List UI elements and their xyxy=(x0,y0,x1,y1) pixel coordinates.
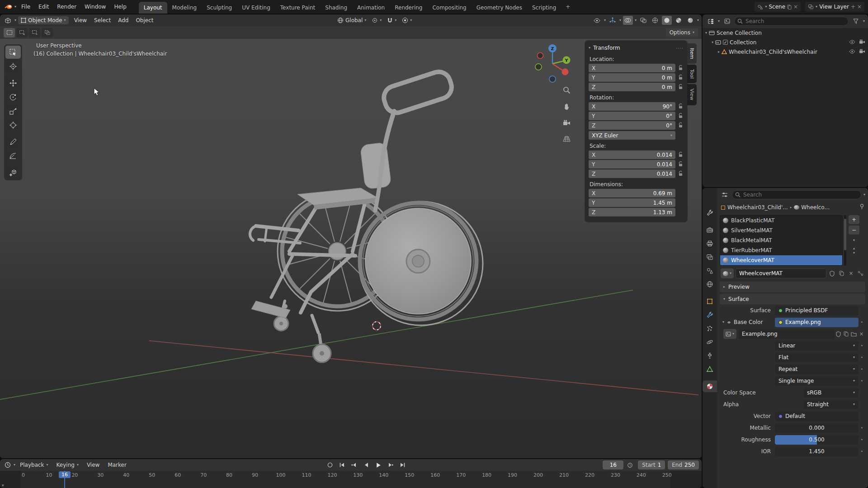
transform-tool[interactable] xyxy=(5,118,21,131)
dimension-field[interactable]: X0.69 m xyxy=(589,189,675,197)
overlays-toggle[interactable] xyxy=(623,16,633,25)
outliner-search-input[interactable] xyxy=(734,17,849,26)
surface-shader-field[interactable]: Principled BSDF xyxy=(775,306,859,315)
filter-chevron-icon[interactable]: ▾ xyxy=(863,19,865,23)
filter-icon[interactable] xyxy=(851,17,861,26)
material-slot[interactable]: WheelcoverMAT xyxy=(720,255,842,265)
scale-field[interactable]: X0.014 xyxy=(589,150,675,159)
wheelchair-push-handle[interactable] xyxy=(375,69,455,211)
tab-object-data[interactable] xyxy=(703,363,717,375)
pin-icon[interactable] xyxy=(859,204,864,211)
transform-collapse-icon[interactable]: ▾ xyxy=(589,46,590,50)
lock-icon[interactable] xyxy=(677,152,684,158)
dimension-field[interactable]: Y1.45 m xyxy=(589,198,675,207)
lock-icon[interactable] xyxy=(677,84,684,90)
blender-menu-chevron-icon[interactable]: ▾ xyxy=(14,5,16,9)
workspace-tab[interactable]: Animation xyxy=(352,2,390,14)
scale-tool[interactable] xyxy=(5,104,21,117)
move-slot-up-icon[interactable]: ▴ xyxy=(853,246,855,251)
next-keyframe-button[interactable] xyxy=(385,460,396,469)
start-frame-field[interactable]: Start 1 xyxy=(638,460,665,469)
workspace-tab[interactable]: Scripting xyxy=(527,2,561,14)
panel-drag-icon[interactable]: ···· xyxy=(676,46,684,51)
gizmos-toggle[interactable] xyxy=(608,16,618,25)
workspace-tab[interactable]: Shading xyxy=(320,2,352,14)
viewport-menu-item[interactable]: Object xyxy=(132,16,157,25)
tab-constraints[interactable] xyxy=(703,350,717,361)
location-field[interactable]: Y0 m xyxy=(589,73,675,82)
animate-dot-icon[interactable]: • xyxy=(859,355,865,360)
editor-type-chevron-icon[interactable]: ▾ xyxy=(14,19,16,22)
sidebar-tab[interactable]: View xyxy=(687,84,697,105)
projection-dropdown[interactable]: Flat ▾ xyxy=(775,353,859,362)
scale-field[interactable]: Y0.014 xyxy=(589,160,675,169)
lock-icon[interactable] xyxy=(677,122,684,128)
select-mode-new-button[interactable] xyxy=(4,28,15,38)
camera-view-icon[interactable] xyxy=(561,117,572,128)
region-corner-icon[interactable]: ▾ xyxy=(2,483,4,488)
lock-icon[interactable] xyxy=(677,161,684,167)
pivot-point-selector[interactable]: ▾ xyxy=(370,16,383,24)
base-color-collapse-icon[interactable]: ▾ xyxy=(722,320,724,324)
auto-keying-toggle[interactable] xyxy=(325,460,335,469)
prev-keyframe-button[interactable] xyxy=(349,460,359,469)
add-primitive-tool[interactable] xyxy=(5,166,21,179)
mode-selector[interactable]: Object Mode ▾ xyxy=(18,16,69,24)
slot-specials-icon[interactable]: ▾ xyxy=(849,236,859,245)
gizmos-chevron-icon[interactable]: ▾ xyxy=(619,19,621,22)
lock-icon[interactable] xyxy=(677,113,684,119)
node-tree-icon[interactable] xyxy=(857,271,864,276)
timeline-editor-type-icon[interactable] xyxy=(3,460,13,469)
select-mode-intersect-button[interactable] xyxy=(42,28,53,38)
new-scene-icon[interactable] xyxy=(787,5,792,9)
material-slot[interactable]: BlackPlasticMAT xyxy=(720,216,842,225)
jump-to-end-button[interactable] xyxy=(397,460,408,469)
hide-eye-icon[interactable] xyxy=(849,39,855,46)
shading-rendered-button[interactable] xyxy=(685,16,695,25)
measure-tool[interactable] xyxy=(5,149,21,162)
outliner-editor-type-icon[interactable] xyxy=(706,17,716,26)
scene-browse-chevron-icon[interactable]: ▾ xyxy=(765,5,767,9)
shading-solid-button[interactable] xyxy=(662,16,672,25)
snapping-chevron-icon[interactable]: ▾ xyxy=(395,19,396,22)
pan-hand-icon[interactable] xyxy=(561,100,572,112)
rotation-field[interactable]: Y0° xyxy=(589,112,675,120)
sidebar-tab[interactable]: Item xyxy=(687,43,697,64)
breadcrumb-material[interactable]: Wheelco... xyxy=(794,204,830,211)
lock-icon[interactable] xyxy=(677,65,684,71)
object-visibility-toggle[interactable] xyxy=(592,16,602,25)
material-slot[interactable]: TierRubberMAT xyxy=(720,245,842,255)
shading-chevron-icon[interactable]: ▾ xyxy=(697,19,699,22)
material-name-field[interactable]: WheelcoverMAT xyxy=(736,268,826,278)
rotation-mode-dropdown[interactable]: XYZ Euler ▾ xyxy=(589,131,675,140)
marker-menu[interactable]: Marker xyxy=(104,460,130,469)
browse-material-button[interactable]: ▾ xyxy=(721,268,734,278)
workspace-tab[interactable]: Texture Paint xyxy=(275,2,320,14)
color-space-dropdown[interactable]: sRGB ▾ xyxy=(803,388,859,398)
snapping-toggle[interactable]: ▾ xyxy=(385,17,398,24)
preview-panel-header[interactable]: ▸ Preview xyxy=(720,282,865,292)
shading-material-button[interactable] xyxy=(674,16,684,25)
play-reverse-button[interactable] xyxy=(361,460,372,469)
workspace-tab[interactable]: Layout xyxy=(139,2,167,14)
fake-user-shield-icon[interactable] xyxy=(828,271,836,277)
viewport-canvas[interactable]: User Perspective (16) Collection | Wheel… xyxy=(0,39,702,458)
material-slot[interactable]: BlackMetalMAT xyxy=(720,235,842,245)
tab-output[interactable] xyxy=(703,238,717,249)
properties-editor-type-icon[interactable] xyxy=(720,190,730,199)
add-workspace-button[interactable]: + xyxy=(562,2,574,12)
cursor-tool[interactable] xyxy=(5,60,21,73)
metallic-slider[interactable]: 0.000 xyxy=(775,423,859,433)
outliner-type-chevron-icon[interactable]: ▾ xyxy=(718,19,720,23)
animate-dot-icon[interactable]: • xyxy=(859,320,865,324)
topbar-menu-item[interactable]: File xyxy=(17,2,34,12)
topbar-menu-item[interactable]: Render xyxy=(53,2,80,12)
properties-search-input[interactable] xyxy=(732,190,861,199)
disable-render-camera-icon[interactable] xyxy=(859,49,865,55)
open-image-folder-icon[interactable] xyxy=(850,332,858,337)
timeline-type-chevron-icon[interactable]: ▾ xyxy=(14,463,15,467)
overlays-chevron-icon[interactable]: ▾ xyxy=(635,19,637,22)
tab-view-layer[interactable] xyxy=(703,251,717,263)
image-name-field[interactable]: Example.png xyxy=(738,329,835,339)
topbar-menu-item[interactable]: Help xyxy=(110,2,130,12)
